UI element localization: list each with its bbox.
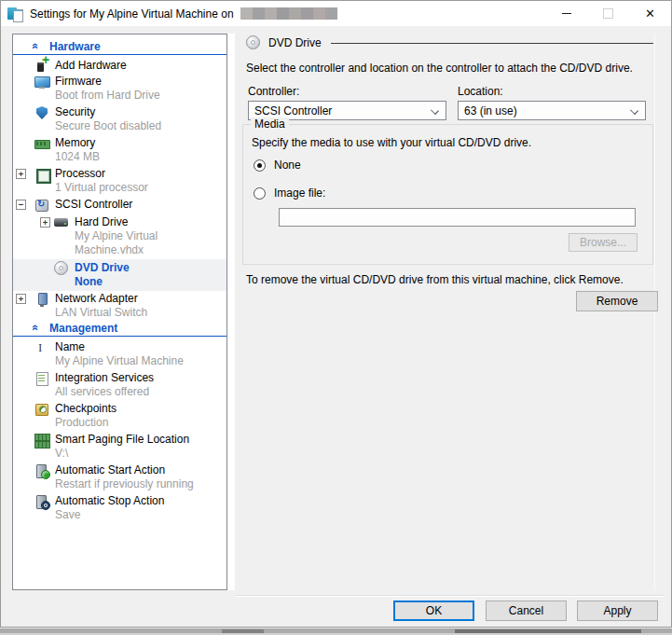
location-dropdown-value: 63 (in use) [464, 104, 517, 117]
window-title: Settings for My Alpine Virtual Machine o… [30, 7, 234, 21]
media-none-option[interactable]: None [254, 159, 301, 172]
sidebar-item-sublabel: Boot from Hard Drive [55, 89, 160, 103]
apply-button[interactable]: Apply [577, 600, 658, 621]
network-adapter-icon [34, 292, 49, 307]
auto-start-icon [34, 463, 49, 478]
sidebar-item-sublabel: Save [55, 508, 164, 522]
radio-none-label: None [274, 159, 301, 172]
dvd-disc-icon [54, 261, 69, 276]
sidebar-item-automatic-stop[interactable]: Automatic Stop Action Save [13, 494, 226, 522]
auto-stop-icon [34, 494, 49, 509]
expander-plus-icon[interactable]: + [16, 294, 26, 304]
controller-label: Controller: [248, 85, 299, 98]
sidebar-item-sublabel: LAN Virtual Switch [55, 306, 147, 320]
close-button[interactable]: ✕ [629, 1, 671, 27]
sidebar-item-label: Security [55, 105, 161, 119]
sidebar-item-dvd-drive[interactable]: DVD Drive None [13, 259, 226, 291]
sidebar-item-integration-services[interactable]: Integration Services All services offere… [13, 371, 226, 399]
sidebar-item-name[interactable]: Name My Alpine Virtual Machine [13, 340, 226, 368]
sidebar-item-sublabel: V:\ [55, 447, 189, 461]
chevron-down-icon [630, 106, 638, 115]
checkpoints-icon [34, 402, 49, 417]
sidebar-item-memory[interactable]: Memory 1024 MB [13, 136, 226, 164]
pane-header: DVD Drive [246, 35, 653, 50]
background-window-edge [455, 629, 641, 633]
sidebar-item-hard-drive[interactable]: + Hard Drive My Alpine Virtual Machine.v… [13, 215, 226, 257]
media-description: Specify the media to use with your virtu… [252, 136, 643, 149]
sidebar-item-label: SCSI Controller [55, 198, 132, 212]
sidebar-item-label: Checkpoints [55, 402, 117, 416]
section-label: Management [49, 322, 117, 335]
sidebar-item-sublabel: Restart if previously running [55, 477, 194, 491]
radio-image-file-label: Image file: [274, 186, 325, 200]
dvd-drive-header-icon [246, 35, 261, 50]
maximize-button [587, 1, 629, 27]
chevron-up-icon: » [29, 41, 40, 52]
expander-plus-icon[interactable]: + [40, 217, 50, 228]
sidebar-item-security[interactable]: Security Secure Boot disabled [13, 105, 226, 133]
pane-divider [234, 31, 235, 590]
sidebar-item-label: Memory [55, 136, 100, 150]
sidebar-item-scsi-controller[interactable]: − SCSI Controller [13, 198, 226, 213]
sidebar-item-label: Hard Drive [75, 215, 226, 229]
sidebar-item-label: Processor [55, 167, 148, 181]
browse-button[interactable]: Browse... [569, 233, 638, 252]
chevron-up-icon: » [29, 323, 40, 334]
media-image-file-option[interactable]: Image file: [254, 186, 325, 200]
chevron-down-icon [431, 106, 439, 115]
expander-minus-icon[interactable]: − [16, 200, 26, 210]
location-dropdown[interactable]: 63 (in use) [458, 101, 646, 120]
header-rule [331, 43, 653, 44]
sidebar-item-checkpoints[interactable]: Checkpoints Production [13, 402, 226, 430]
background-window-edge [222, 629, 264, 633]
section-label: Hardware [49, 40, 101, 53]
cancel-button[interactable]: Cancel [486, 600, 567, 621]
image-file-path-input[interactable] [279, 208, 636, 227]
firmware-icon [34, 75, 49, 90]
sidebar-item-label: Firmware [55, 75, 160, 89]
hard-drive-icon [54, 215, 69, 230]
sidebar-item-sublabel: All services offered [55, 385, 154, 399]
pane-title: DVD Drive [268, 36, 322, 49]
sidebar-item-sublabel: My Alpine Virtual Machine [55, 354, 184, 368]
ok-button[interactable]: OK [393, 600, 474, 621]
settings-nav-tree: » Hardware Add Hardware Firmware Boot fr… [12, 34, 227, 590]
memory-icon [34, 136, 49, 151]
media-groupbox-legend: Media [251, 117, 289, 131]
sidebar-item-firmware[interactable]: Firmware Boot from Hard Drive [13, 75, 226, 103]
media-groupbox: Media Specify the media to use with your… [242, 124, 653, 265]
remove-button[interactable]: Remove [576, 291, 658, 311]
sidebar-item-sublabel: None [75, 275, 130, 289]
expander-plus-icon[interactable]: + [16, 169, 26, 179]
sidebar-item-sublabel: Secure Boot disabled [55, 119, 161, 133]
settings-window: Settings for My Alpine Virtual Machine o… [0, 0, 672, 628]
sidebar-gap [227, 34, 234, 590]
sidebar-item-sublabel: Production [55, 416, 117, 430]
remove-instruction-text: To remove the virtual CD/DVD drive from … [246, 273, 656, 286]
radio-image-file[interactable] [254, 187, 266, 200]
screen: Settings for My Alpine Virtual Machine o… [0, 0, 672, 635]
close-icon: ✕ [645, 7, 655, 21]
name-icon [34, 340, 49, 355]
controller-dropdown-value: SCSI Controller [254, 104, 332, 117]
sidebar-item-smart-paging[interactable]: Smart Paging File Location V:\ [13, 433, 226, 461]
sidebar-item-label: Network Adapter [55, 292, 147, 306]
security-shield-icon [34, 105, 49, 120]
integration-services-icon [34, 371, 49, 386]
sidebar-item-add-hardware[interactable]: Add Hardware [13, 59, 226, 74]
minimize-button[interactable] [545, 1, 587, 27]
sidebar-item-processor[interactable]: + Processor 1 Virtual processor [13, 167, 226, 195]
processor-icon [34, 167, 49, 182]
sidebar-item-sublabel: 1024 MB [55, 150, 100, 164]
sidebar-item-network-adapter[interactable]: + Network Adapter LAN Virtual Switch [13, 292, 226, 320]
sidebar-item-label: Add Hardware [55, 59, 127, 73]
pane-description: Select the controller and location on th… [246, 62, 656, 75]
sidebar-item-sublabel: 1 Virtual processor [55, 181, 148, 195]
settings-icon [7, 7, 22, 21]
sidebar-item-label: DVD Drive [75, 261, 130, 275]
section-header-management[interactable]: » Management [13, 323, 226, 337]
footer-separator [236, 595, 665, 597]
sidebar-item-automatic-start[interactable]: Automatic Start Action Restart if previo… [13, 463, 226, 491]
radio-none[interactable] [254, 159, 266, 172]
location-label: Location: [458, 85, 503, 98]
